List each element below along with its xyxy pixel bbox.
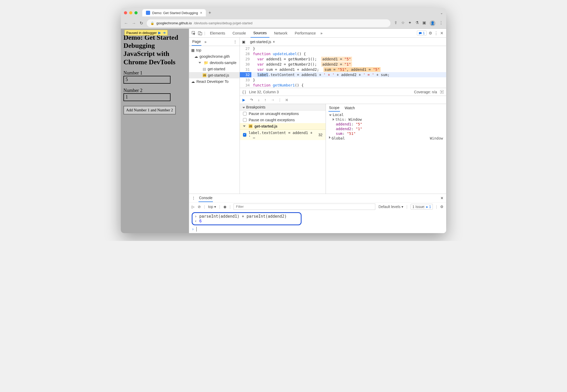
console-issues[interactable]: 1 Issue: ▸ 1 <box>411 204 433 210</box>
pretty-print-icon[interactable]: { } <box>242 90 246 94</box>
lock-icon: 🔒 <box>150 21 154 25</box>
resume-button[interactable]: ▶ <box>242 98 245 102</box>
toggle-navigator-icon[interactable]: ▣ <box>242 40 245 44</box>
sources-navigator: Page » ⋮ ▦top ☁googlechrome.gith 📁devtoo… <box>189 38 240 194</box>
navigator-page-tab[interactable]: Page <box>192 38 201 46</box>
chrome-menu-icon[interactable]: ⋮ <box>439 20 443 26</box>
coverage-status: Coverage: n/a <box>414 90 437 94</box>
step-into-button[interactable]: ↓ <box>258 98 260 102</box>
kebab-icon[interactable]: ⋮ <box>434 31 438 36</box>
share-icon[interactable]: ⇪ <box>394 20 398 26</box>
tree-file-js[interactable]: JSget-started.js <box>189 72 240 78</box>
console-cursor[interactable] <box>196 227 199 232</box>
window-titlebar: Demo: Get Started Debugging × + ⌄ <box>121 8 446 18</box>
close-drawer-icon[interactable]: ✕ <box>440 196 444 200</box>
close-file-icon[interactable]: × <box>273 40 275 44</box>
labs-icon[interactable]: ⚗ <box>415 20 419 26</box>
console-context[interactable]: top ▾ <box>208 205 216 209</box>
new-tab-button[interactable]: + <box>208 10 211 16</box>
close-tab-icon[interactable]: × <box>200 11 202 15</box>
cursor-position: Line 32, Column 3 <box>249 90 279 94</box>
console-output: 6 <box>199 219 202 223</box>
page-viewport: Paused in debugger ▶ ➔ Demo: Get Started… <box>121 29 189 233</box>
scope-tab[interactable]: Scope <box>328 104 340 112</box>
bp-file-header[interactable]: JSget-started.js <box>240 123 326 130</box>
close-devtools-icon[interactable]: ✕ <box>440 31 444 36</box>
profile-avatar[interactable]: 👤 <box>430 20 435 26</box>
tree-file-html[interactable]: ▤get-started <box>189 66 240 72</box>
coverage-menu-icon[interactable]: ▾ <box>440 90 444 94</box>
settings-icon[interactable]: ⚙ <box>429 31 432 36</box>
forward-button[interactable]: → <box>132 21 136 26</box>
tree-domain[interactable]: ☁googlechrome.gith <box>189 53 240 60</box>
file-tab[interactable]: get-started.js × <box>248 39 277 45</box>
label-number1: Number 1 <box>123 70 186 76</box>
maximize-window-button[interactable] <box>134 11 138 14</box>
watch-tab[interactable]: Watch <box>344 105 355 111</box>
live-expression-icon[interactable]: ◉ <box>223 205 226 209</box>
tabs-menu-icon[interactable]: ⌄ <box>440 11 443 15</box>
drawer-menu-icon[interactable]: ⋮ <box>192 196 195 200</box>
code-editor[interactable]: 27}28function updateLabel() {29 var adde… <box>240 46 446 88</box>
tab-sources[interactable]: Sources <box>251 29 269 38</box>
navigator-menu-icon[interactable]: ⋮ <box>233 40 237 44</box>
extensions-icon[interactable]: ✦ <box>408 20 412 26</box>
page-title: Demo: Get Started Debugging JavaScript w… <box>123 33 186 66</box>
console-eval-highlight: › parseInt(addend1) + parseInt(addend2) … <box>192 212 302 225</box>
step-icon[interactable]: ➔ <box>163 31 166 35</box>
console-filter[interactable] <box>234 204 375 210</box>
issues-badge[interactable]: 1 <box>417 31 427 36</box>
add-button[interactable]: Add Number 1 and Number 2 <box>123 106 176 114</box>
browser-toolbar: ← → ↻ 🔒 googlechrome.github.io/devtools-… <box>121 18 446 29</box>
console-input: parseInt(addend1) + parseInt(addend2) <box>199 214 287 219</box>
inspect-icon[interactable] <box>192 31 196 35</box>
input-number2[interactable] <box>123 93 171 101</box>
debugger-controls: ▶ ↷ ↓ ↑ → | ⤭ <box>240 96 446 104</box>
tab-title: Demo: Get Started Debugging <box>152 11 198 15</box>
reload-button[interactable]: ↻ <box>140 21 143 26</box>
tree-folder[interactable]: 📁devtools-sample <box>189 60 240 66</box>
scope-panel: Scope Watch Local this: Window addend1: … <box>326 104 446 194</box>
console-tab[interactable]: Console <box>199 194 213 202</box>
tree-top[interactable]: ▦top <box>189 47 240 53</box>
step-button[interactable]: → <box>271 98 275 102</box>
label-number2: Number 2 <box>123 88 186 93</box>
device-icon[interactable] <box>198 31 202 35</box>
devtools-tabs: | Elements Console Sources Network Perfo… <box>189 29 446 38</box>
bp-caught[interactable]: Pause on caught exceptions <box>240 117 326 123</box>
bp-uncaught[interactable]: Pause on uncaught exceptions <box>240 111 326 117</box>
bookmark-icon[interactable]: ☆ <box>401 20 405 26</box>
minimize-window-button[interactable] <box>129 11 132 14</box>
tab-console[interactable]: Console <box>230 29 248 37</box>
navigator-more-icon[interactable]: » <box>205 40 207 44</box>
tab-performance[interactable]: Performance <box>292 29 318 37</box>
sidepanel-icon[interactable]: ▣ <box>422 20 426 26</box>
deactivate-bp-button[interactable]: ⤭ <box>285 98 288 102</box>
clear-console-icon[interactable]: ⊘ <box>198 205 201 209</box>
resume-icon[interactable]: ▶ <box>158 31 161 35</box>
step-out-button[interactable]: ↑ <box>264 98 266 102</box>
input-number1[interactable] <box>123 76 171 84</box>
tree-extension[interactable]: ☁React Developer To <box>189 78 240 85</box>
back-button[interactable]: ← <box>124 21 128 26</box>
browser-tab[interactable]: Demo: Get Started Debugging × <box>142 9 206 16</box>
log-levels[interactable]: Default levels ▾ <box>378 205 403 209</box>
url-path: /devtools-samples/debug-js/get-started <box>194 21 252 25</box>
breakpoints-panel: Breakpoints Pause on uncaught exceptions… <box>240 104 326 194</box>
paused-debugger-badge: Paused in debugger ▶ ➔ <box>124 30 168 36</box>
devtools-panel: | Elements Console Sources Network Perfo… <box>189 29 446 233</box>
close-window-button[interactable] <box>124 11 127 14</box>
console-sidebar-icon[interactable]: ▷ <box>192 205 195 209</box>
svg-rect-2 <box>200 32 202 35</box>
tab-network[interactable]: Network <box>271 29 290 37</box>
url-bar[interactable]: 🔒 googlechrome.github.io/devtools-sample… <box>147 19 390 27</box>
tab-elements[interactable]: Elements <box>207 29 228 37</box>
console-drawer: ⋮ Console ✕ ▷ ⊘ | top ▾ | ◉ | Default le… <box>189 194 446 233</box>
step-over-button[interactable]: ↷ <box>250 98 253 102</box>
more-tabs-icon[interactable]: » <box>320 31 322 35</box>
url-host: googlechrome.github.io <box>156 21 192 25</box>
bp-item[interactable]: label.textContent = addend1 + ' …32 <box>240 130 326 140</box>
favicon-icon <box>146 11 150 15</box>
console-settings-icon[interactable]: ⚙ <box>440 205 444 209</box>
